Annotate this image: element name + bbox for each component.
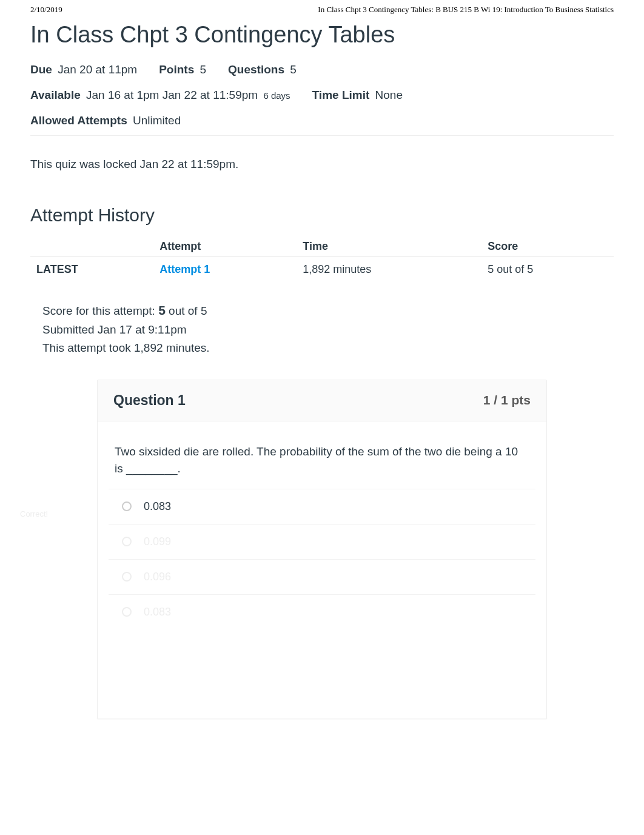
meta-points-value: 5 xyxy=(200,63,207,76)
history-col-attempt: Attempt xyxy=(153,236,297,257)
meta-questions: Questions 5 xyxy=(228,59,297,81)
history-row-time: 1,892 minutes xyxy=(297,257,481,283)
correct-tag: Correct! xyxy=(20,509,56,518)
history-col-time: Time xyxy=(297,236,481,257)
meta-points-label: Points xyxy=(159,63,194,76)
quiz-meta-row-2: Available Jan 16 at 1pm Jan 22 at 11:59p… xyxy=(30,84,614,106)
answer-text: 0.083 xyxy=(144,500,171,513)
side-tag-container: Question 1 1 / 1 pts Two sixsided die ar… xyxy=(30,380,614,719)
meta-questions-value: 5 xyxy=(290,63,297,76)
history-row-attempt-cell: Attempt 1 xyxy=(153,257,297,283)
quiz-meta-row-1: Due Jan 20 at 11pm Points 5 Questions 5 xyxy=(30,59,614,81)
history-row-score: 5 out of 5 xyxy=(481,257,614,283)
radio-icon xyxy=(122,572,132,582)
attempt-history-heading: Attempt History xyxy=(30,205,614,226)
question-text: Two sixsided die are rolled. The probabi… xyxy=(98,421,546,484)
quiz-meta-row-3: Allowed Attempts Unlimited xyxy=(30,110,614,132)
radio-icon xyxy=(122,537,132,546)
score-line-3: This attempt took 1,892 minutes. xyxy=(42,339,614,357)
answer-option[interactable]: 0.083 xyxy=(109,489,535,524)
answer-text: 0.099 xyxy=(144,535,171,548)
meta-allowed-attempts-label: Allowed Attempts xyxy=(30,114,127,127)
print-date: 2/10/2019 xyxy=(30,5,62,15)
attempt-link[interactable]: Attempt 1 xyxy=(159,263,210,275)
meta-questions-label: Questions xyxy=(228,63,284,76)
answer-option[interactable]: 0.083 xyxy=(109,594,535,629)
divider xyxy=(30,135,614,136)
print-source-title: In Class Chpt 3 Contingency Tables: B BU… xyxy=(318,5,614,15)
print-header: 2/10/2019 In Class Chpt 3 Contingency Ta… xyxy=(0,0,644,17)
history-col-blank xyxy=(30,236,153,257)
locked-message: This quiz was locked Jan 22 at 11:59pm. xyxy=(30,158,614,171)
meta-time-limit-value: None xyxy=(375,89,403,101)
meta-due: Due Jan 20 at 11pm xyxy=(30,59,137,81)
page-title: In Class Chpt 3 Contingency Tables xyxy=(30,22,614,48)
answer-option[interactable]: 0.096 xyxy=(109,559,535,594)
history-col-score: Score xyxy=(481,236,614,257)
question-title: Question 1 xyxy=(113,392,186,409)
meta-allowed-attempts: Allowed Attempts Unlimited xyxy=(30,110,181,132)
question-header: Question 1 1 / 1 pts xyxy=(98,380,546,421)
meta-available: Available Jan 16 at 1pm Jan 22 at 11:59p… xyxy=(30,84,290,106)
score-line-1-pre: Score for this attempt: xyxy=(42,304,158,317)
answer-option[interactable]: 0.099 xyxy=(109,524,535,559)
answer-list: Correct! 0.083 0.099 0.096 0.083 xyxy=(98,484,546,648)
table-row: LATEST Attempt 1 1,892 minutes 5 out of … xyxy=(30,257,614,283)
score-line-2: Submitted Jan 17 at 9:11pm xyxy=(42,321,614,339)
meta-due-label: Due xyxy=(30,63,52,76)
history-row-tag: LATEST xyxy=(30,257,153,283)
meta-time-limit-label: Time Limit xyxy=(312,89,370,101)
question-points: 1 / 1 pts xyxy=(483,393,531,407)
radio-icon xyxy=(122,607,132,617)
meta-available-label: Available xyxy=(30,89,81,101)
score-line-1-score: 5 xyxy=(158,303,166,317)
meta-available-days: 6 days xyxy=(263,90,290,101)
meta-due-value: Jan 20 at 11pm xyxy=(58,63,137,76)
meta-time-limit: Time Limit None xyxy=(312,84,403,106)
answer-text: 0.096 xyxy=(144,571,171,583)
meta-available-value: Jan 16 at 1pm Jan 22 at 11:59pm xyxy=(86,89,258,101)
meta-allowed-attempts-value: Unlimited xyxy=(133,114,181,127)
attempt-history-table: Attempt Time Score LATEST Attempt 1 1,89… xyxy=(30,236,614,282)
meta-points: Points 5 xyxy=(159,59,206,81)
score-summary: Score for this attempt: 5 out of 5 Submi… xyxy=(42,300,614,357)
score-line-1: Score for this attempt: 5 out of 5 xyxy=(42,300,614,321)
answer-text: 0.083 xyxy=(144,606,171,619)
main-content: In Class Chpt 3 Contingency Tables Due J… xyxy=(0,22,644,749)
question-card: Question 1 1 / 1 pts Two sixsided die ar… xyxy=(97,380,547,719)
score-line-1-post: out of 5 xyxy=(166,304,207,317)
radio-icon xyxy=(122,501,132,511)
